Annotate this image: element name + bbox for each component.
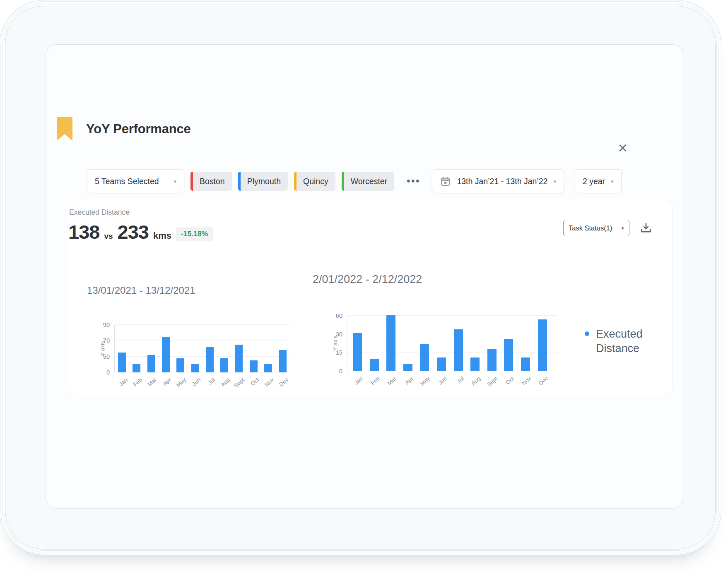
team-chip-label: Boston bbox=[200, 177, 225, 186]
teams-dropdown-label: 5 Teams Selected bbox=[95, 177, 159, 186]
bar-Dec bbox=[538, 319, 547, 371]
bar-Jan bbox=[353, 333, 362, 371]
close-button[interactable]: ✕ bbox=[615, 140, 631, 156]
y-tick-label: 90 bbox=[103, 321, 110, 328]
gridline bbox=[347, 315, 557, 316]
gridline bbox=[115, 356, 290, 357]
bar-Jun bbox=[437, 357, 446, 371]
chevron-down-icon: ▾ bbox=[174, 178, 176, 185]
chart-2022: 2/01/2022 - 2/12/20220153060JanFebMarApr… bbox=[313, 273, 569, 371]
metric-unit: kms bbox=[153, 230, 171, 241]
page: YoY Performance ✕ 5 Teams Selected ▾ Bos… bbox=[0, 0, 728, 571]
chart-2021: 13/01/2021 - 13/12/20210507090JanFebMarA… bbox=[87, 285, 319, 372]
chevron-down-icon: ▾ bbox=[611, 178, 614, 185]
task-status-dropdown[interactable]: Task Status(1) ▾ bbox=[563, 220, 629, 236]
team-chip-label: Plymouth bbox=[247, 177, 281, 186]
y-axis-label: Y axis bbox=[332, 336, 338, 351]
team-chip[interactable]: Worcester bbox=[342, 172, 395, 191]
y-tick-label: 60 bbox=[336, 312, 342, 319]
bar-Apr bbox=[162, 337, 170, 372]
team-color-bar bbox=[190, 172, 193, 191]
metric-vs: vs bbox=[104, 232, 113, 241]
team-color-bar bbox=[294, 172, 297, 191]
y-axis-label: Y axis bbox=[99, 341, 106, 356]
team-color-bar bbox=[342, 172, 344, 191]
bar-Oct bbox=[504, 339, 513, 371]
filter-row: 5 Teams Selected ▾ BostonPlymouthQuincyW… bbox=[87, 169, 622, 194]
delta-badge: -15.18% bbox=[176, 227, 213, 241]
download-button[interactable] bbox=[638, 221, 654, 236]
bar-Jan bbox=[118, 353, 126, 372]
team-chip[interactable]: Boston bbox=[190, 172, 232, 191]
metric-label: Executed Distance bbox=[69, 208, 130, 217]
gridline bbox=[347, 352, 557, 353]
chevron-down-icon: ▾ bbox=[553, 178, 556, 185]
team-chip-label: Quincy bbox=[303, 177, 328, 186]
bar-Feb bbox=[370, 359, 379, 371]
period-label: 2 year bbox=[583, 177, 605, 186]
bar-Apr bbox=[403, 364, 412, 371]
metric-value-current: 138 bbox=[68, 221, 99, 243]
page-title: YoY Performance bbox=[86, 122, 191, 137]
team-chip[interactable]: Plymouth bbox=[238, 172, 288, 191]
bookmark-icon bbox=[57, 117, 72, 141]
gridline bbox=[347, 334, 557, 334]
bar-Sept bbox=[235, 345, 243, 372]
bar-Mar bbox=[386, 315, 395, 371]
gridline bbox=[115, 324, 290, 325]
plot-area: 0153060JanFebMarAprMayJunJulAugSeptOctNo… bbox=[347, 316, 557, 371]
task-status-label: Task Status(1) bbox=[569, 224, 612, 232]
legend: Executed Distance bbox=[585, 327, 658, 356]
metric-row: 138 vs 233 kms -15.18% bbox=[68, 221, 213, 243]
legend-dot bbox=[585, 331, 589, 336]
bar-Mar bbox=[147, 355, 155, 372]
bar-Dev bbox=[279, 350, 287, 372]
bar-May bbox=[176, 358, 184, 373]
bar-May bbox=[420, 344, 429, 372]
bar-Jul bbox=[206, 347, 214, 372]
date-range-label: 13th Jan’21 - 13th Jan’22 bbox=[457, 177, 547, 186]
plot-area: 0507090JanFebMarAprMayJunJulAugSeptOctNo… bbox=[114, 325, 290, 372]
date-range-dropdown[interactable]: 13th Jan’21 - 13th Jan’22 ▾ bbox=[432, 169, 564, 193]
teams-dropdown[interactable]: 5 Teams Selected ▾ bbox=[87, 169, 184, 193]
calendar-icon bbox=[440, 176, 451, 187]
period-dropdown[interactable]: 2 year ▾ bbox=[575, 169, 622, 193]
bar-Nov bbox=[521, 357, 530, 371]
more-button[interactable]: ••• bbox=[407, 176, 420, 187]
team-color-bar bbox=[238, 172, 241, 191]
gridline bbox=[115, 340, 290, 341]
bar-Nov bbox=[264, 364, 272, 372]
y-tick-label: 0 bbox=[339, 368, 342, 374]
bar-Oct bbox=[250, 360, 258, 372]
bar-Jun bbox=[191, 364, 199, 372]
bar-Jul bbox=[454, 329, 463, 371]
bar-Aug bbox=[470, 357, 480, 371]
chart-title: 13/01/2021 - 13/12/2021 bbox=[87, 285, 319, 296]
team-chip[interactable]: Quincy bbox=[294, 172, 335, 191]
metric-value-previous: 233 bbox=[118, 221, 149, 243]
bar-Aug bbox=[220, 358, 228, 373]
chart-title: 2/01/2022 - 2/12/2022 bbox=[313, 273, 569, 286]
team-chip-label: Worcester bbox=[351, 177, 388, 186]
y-tick-label: 0 bbox=[106, 369, 110, 376]
bar-Feb bbox=[133, 364, 140, 372]
chevron-down-icon: ▾ bbox=[621, 225, 624, 231]
legend-label: Executed Distance bbox=[596, 327, 658, 356]
bar-Sept bbox=[487, 349, 497, 371]
